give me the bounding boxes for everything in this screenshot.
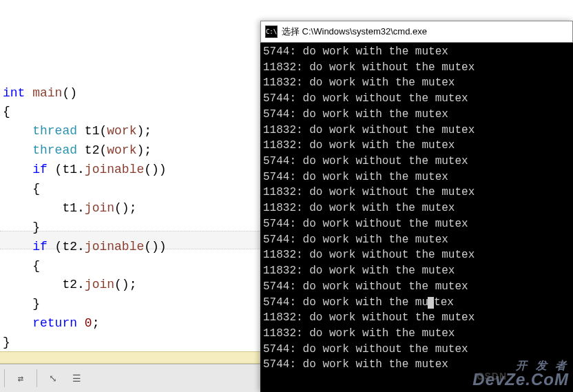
code-class: thread [3, 143, 77, 157]
code-keyword: if [3, 163, 48, 176]
code-arg: work [107, 143, 136, 157]
cmd-output-line: 5744: do work with the mutex [263, 357, 570, 373]
code-text: t2( [77, 143, 107, 157]
code-content: int main() { thread t1(work); thread t2(… [3, 65, 262, 372]
cmd-output[interactable]: 5744: do work with the mutex11832: do wo… [260, 43, 573, 392]
cmd-output-line: 11832: do work without the mutex [263, 247, 570, 263]
code-brace: } [3, 336, 10, 349]
cmd-output-line: 11832: do work without the mutex [263, 310, 570, 326]
code-text: (); [114, 201, 136, 215]
code-method: joinable [85, 240, 144, 254]
cmd-output-line: 5744: do work with the mutex [263, 44, 570, 60]
code-brace: } [3, 297, 40, 311]
cmd-output-line: 11832: do work with the mutex [263, 200, 570, 216]
cmd-output-line: 11832: do work with the mutex [263, 75, 570, 91]
cmd-output-line: 11832: do work with the mutex [263, 326, 570, 342]
cmd-output-line: 5744: do work with the mutex [263, 232, 570, 248]
code-keyword: int [3, 86, 25, 100]
cmd-output-line: 5744: do work without the mutex [263, 91, 570, 107]
code-number: 0 [77, 316, 92, 330]
code-text: ; [92, 316, 100, 330]
code-text: t1( [77, 124, 107, 138]
code-brace: } [3, 220, 40, 234]
cmd-titlebar[interactable]: C:\ 选择 C:\Windows\system32\cmd.exe [260, 21, 573, 43]
code-text: t2. [3, 278, 85, 291]
code-paren: () [62, 86, 77, 100]
code-method: join [85, 278, 114, 291]
code-text: t1. [3, 201, 85, 215]
code-brace: { [3, 259, 40, 273]
code-text: ()) [144, 163, 166, 176]
code-editor[interactable]: int main() { thread t1(work); thread t2(… [0, 0, 262, 351]
cmd-output-line: 5744: do work without the mutex [263, 154, 570, 169]
code-text: ()) [144, 240, 166, 254]
code-arg: work [107, 124, 136, 138]
code-keyword: return [3, 316, 77, 330]
cmd-output-line: 11832: do work with the mutex [263, 138, 570, 154]
code-method: joinable [85, 163, 144, 176]
cmd-output-line: 5744: do work with the mutex [263, 169, 570, 185]
cmd-output-line: 11832: do work without the mutex [263, 60, 570, 76]
code-text: ); [136, 143, 152, 157]
code-class: thread [3, 124, 77, 138]
cmd-output-line: 5744: do work without the mutex [263, 342, 570, 358]
code-text: ); [136, 124, 152, 138]
code-text: (); [114, 278, 136, 291]
code-keyword: if [3, 240, 48, 254]
code-method: join [85, 201, 114, 215]
code-text: (t1. [48, 163, 85, 176]
code-brace: { [3, 182, 40, 196]
cmd-cursor [428, 297, 434, 309]
cmd-window[interactable]: C:\ 选择 C:\Windows\system32\cmd.exe 5744:… [260, 21, 573, 392]
cmd-output-line: 11832: do work without the mutex [263, 185, 570, 200]
code-text: (t2. [48, 240, 85, 254]
cmd-title: 选择 C:\Windows\system32\cmd.exe [282, 25, 427, 38]
code-funcname: main [25, 86, 62, 100]
code-brace: { [3, 105, 10, 118]
cmd-output-line: 11832: do work without the mutex [263, 123, 570, 138]
cmd-icon: C:\ [265, 25, 278, 38]
cmd-output-line: 5744: do work without the mutex [263, 279, 570, 295]
cmd-output-line: 5744: do work with the mutex [263, 295, 570, 311]
cmd-output-line: 5744: do work without the mutex [263, 216, 570, 232]
cmd-output-line: 5744: do work with the mutex [263, 107, 570, 123]
cmd-output-line: 11832: do work with the mutex [263, 263, 570, 279]
